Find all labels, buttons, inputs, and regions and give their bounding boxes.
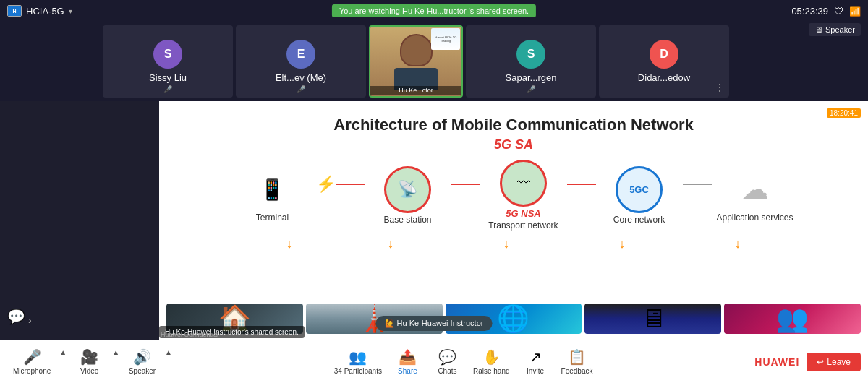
- chat-bubble-icon[interactable]: 💬: [7, 308, 25, 325]
- slide-title: Architecture of Mobile Communication Net…: [181, 116, 846, 134]
- speaker-caret[interactable]: ▲: [165, 348, 172, 356]
- video-btn-icon: 🎥: [80, 348, 98, 366]
- participant-card-instructor[interactable]: Huawei HCIA-5G Training Hu Ke...ctor: [369, 25, 463, 98]
- transport-icon: 〰: [500, 160, 547, 207]
- arrow-transport: ↓: [463, 236, 550, 251]
- microphone-button[interactable]: 🎤 Microphone: [7, 345, 56, 378]
- instructor-name-badge: 🙋 Hu Ke-Huawei Instructor: [376, 316, 493, 331]
- node-terminal: 📱 Terminal: [229, 168, 316, 223]
- bottom-toolbar: 🎤 Microphone ▲ 🎥 Video ▲ 🔊 Speaker ▲ 👥 3…: [0, 340, 868, 383]
- connector-3: [567, 184, 596, 185]
- toolbar-center: 👥 34 Participants 📤 Share 💬 Chats ✋ Rais…: [172, 345, 754, 378]
- left-expand-icon[interactable]: ›: [28, 314, 32, 326]
- toolbar-right: HUAWEI ↩ Leave: [754, 353, 861, 371]
- instructor-video-label: Hu Ke...ctor: [370, 86, 461, 95]
- base-station-label: Base station: [383, 215, 431, 225]
- left-sidebar: 💬 ›: [0, 101, 159, 340]
- mic-icon-elt: 🎤: [297, 85, 305, 93]
- terminal-label: Terminal: [256, 212, 289, 223]
- participants-button[interactable]: 👥 34 Participants: [328, 345, 388, 378]
- hcia-logo-icon: H: [7, 5, 22, 17]
- slide-content: 18:20:41 Architecture of Mobile Communic…: [159, 101, 868, 304]
- shared-notification: You are watching Hu Ke-Hu...tructor 's s…: [332, 4, 536, 17]
- node-core: 5GC Core network: [596, 166, 683, 225]
- avatar-didar: D: [650, 40, 678, 69]
- avatar-sapar: S: [516, 40, 545, 69]
- feedback-button[interactable]: 📋 Feedback: [556, 345, 599, 378]
- shield-icon: 🛡: [834, 6, 843, 17]
- monitor-icon: 🖥: [814, 25, 822, 34]
- arrow-core: ↓: [579, 236, 665, 251]
- terminal-icon: 📱: [251, 168, 294, 211]
- avatar-elt: E: [286, 40, 315, 69]
- raise-hand-button[interactable]: ✋ Raise hand: [467, 345, 516, 378]
- options-icon-didar[interactable]: ⋮: [715, 82, 725, 93]
- cloud-icon: ☁: [733, 168, 777, 211]
- dropdown-icon[interactable]: ▾: [69, 7, 72, 15]
- node-transport: 〰 5G NSA Transport network: [480, 160, 567, 231]
- leave-button[interactable]: ↩ Leave: [807, 353, 861, 371]
- slide-timestamp: 18:20:41: [827, 108, 861, 118]
- network-diagram: 📱 Terminal ⚡ 📡 Base station 〰 5G NSA: [181, 160, 846, 231]
- participants-icon: 👥: [349, 348, 367, 366]
- connector-1: [336, 184, 365, 185]
- image-datacenter: 🖥: [584, 304, 721, 334]
- mic-caret[interactable]: ▲: [59, 348, 67, 356]
- participant-card-sapar[interactable]: S Sapar...rgen 🎤: [466, 25, 596, 98]
- share-button[interactable]: 📤 Share: [388, 345, 427, 378]
- core-icon: 5GC: [616, 166, 663, 213]
- avatar-sissy: S: [153, 40, 182, 69]
- lightning-connector: ⚡: [316, 175, 336, 194]
- app-services-label: Application services: [716, 212, 793, 223]
- arrow-app: ↓: [694, 236, 781, 251]
- app-title: HCIA-5G: [26, 6, 64, 17]
- mic-btn-icon: 🎤: [23, 348, 41, 366]
- participant-name-sissy: Sissy Liu: [149, 72, 187, 83]
- watermark: Huawei Confidential: [161, 331, 218, 338]
- participant-card-elt[interactable]: E Elt...ev (Me) 🎤: [236, 25, 366, 98]
- invite-button[interactable]: ↗ Invite: [516, 345, 556, 378]
- chat-icon: 💬: [438, 348, 456, 366]
- participant-strip: S Sissy Liu 🎤 E Elt...ev (Me) 🎤 Huawei H…: [0, 22, 832, 101]
- node-app-services: ☁ Application services: [712, 168, 799, 223]
- clock: 05:23:39: [791, 6, 828, 17]
- speaker-btn-icon: 🔊: [133, 348, 151, 366]
- share-icon: 📤: [399, 348, 417, 366]
- slide-subtitle: 5G SA: [181, 137, 846, 152]
- core-label: Core network: [613, 215, 665, 225]
- participant-name-sapar: Sapar...rgen: [506, 72, 557, 83]
- speaker-button[interactable]: 🔊 Speaker: [122, 345, 162, 378]
- node-base-station: 📡 Base station: [365, 166, 451, 225]
- signal-icon: 📶: [849, 6, 861, 17]
- instructor-slide-mini: Huawei HCIA-5G Training: [431, 28, 460, 50]
- participant-name-didar: Didar...edow: [638, 72, 690, 83]
- invite-icon: ↗: [529, 348, 542, 366]
- speaker-mode-label[interactable]: 🖥 Speaker: [809, 23, 861, 36]
- raise-hand-icon: ✋: [482, 348, 501, 366]
- participant-name-elt: Elt...ev (Me): [276, 72, 326, 83]
- connector-2: [451, 184, 480, 185]
- base-station-icon: 📡: [384, 166, 431, 213]
- feedback-icon: 📋: [568, 348, 586, 366]
- app-title-area[interactable]: H HCIA-5G ▾: [7, 5, 72, 17]
- video-caret[interactable]: ▲: [112, 348, 119, 356]
- arrow-terminal: ↓: [246, 236, 333, 251]
- arrow-base: ↓: [347, 236, 434, 251]
- toolbar-left: 🎤 Microphone ▲ 🎥 Video ▲ 🔊 Speaker ▲: [7, 345, 172, 378]
- transport-label: Transport network: [488, 220, 558, 231]
- participant-card-didar[interactable]: D Didar...edow ⋮: [599, 25, 729, 98]
- chats-button[interactable]: 💬 Chats: [427, 345, 467, 378]
- connector-4: [683, 184, 712, 185]
- top-bar-right: 05:23:39 🛡 📶: [791, 6, 861, 17]
- leave-icon: ↩: [817, 357, 824, 367]
- participant-card-sissy[interactable]: S Sissy Liu 🎤: [103, 25, 233, 98]
- video-button[interactable]: 🎥 Video: [69, 345, 109, 378]
- huawei-logo: HUAWEI: [754, 356, 799, 368]
- mic-icon-sissy: 🎤: [163, 85, 172, 93]
- transport-sublabel: 5G NSA: [506, 208, 540, 219]
- image-people: 👥: [724, 304, 861, 334]
- mic-icon-sapar: 🎤: [527, 85, 535, 93]
- main-slide-area: 18:20:41 Architecture of Mobile Communic…: [159, 101, 868, 340]
